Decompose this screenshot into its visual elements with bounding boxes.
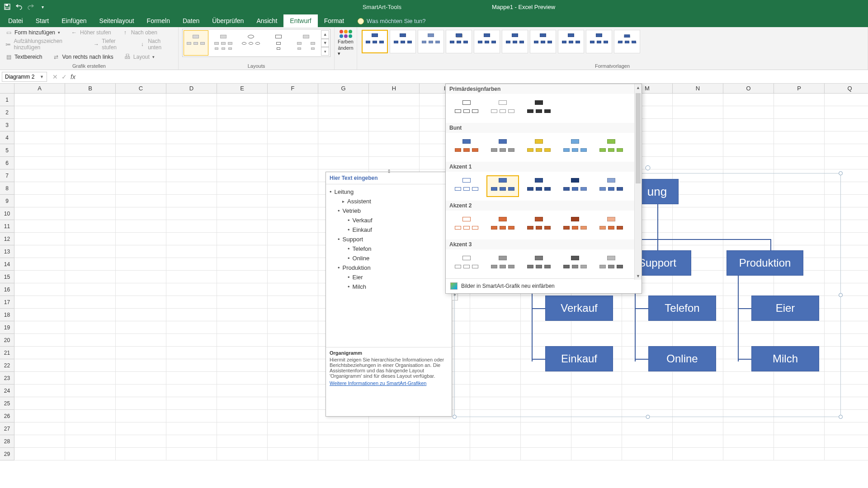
cell[interactable] xyxy=(65,397,116,410)
cell[interactable] xyxy=(369,448,420,460)
cell[interactable] xyxy=(166,131,217,144)
cell[interactable] xyxy=(116,372,166,385)
style-option-4[interactable] xyxy=(446,30,472,53)
color-opt-a2-4[interactable] xyxy=(559,214,591,236)
cell[interactable] xyxy=(217,169,268,182)
scrollbar-thumb[interactable] xyxy=(636,93,641,183)
cell[interactable] xyxy=(14,422,65,435)
row-header[interactable]: 25 xyxy=(0,397,14,410)
row-header[interactable]: 12 xyxy=(0,233,14,245)
cell[interactable] xyxy=(14,372,65,385)
cell[interactable] xyxy=(217,258,268,271)
cell[interactable] xyxy=(166,321,217,334)
row-header[interactable]: 19 xyxy=(0,321,14,334)
tab-data[interactable]: Daten xyxy=(176,14,206,27)
color-opt-a2-3[interactable] xyxy=(523,214,555,236)
cell[interactable] xyxy=(65,131,116,144)
cell[interactable] xyxy=(217,309,268,321)
column-header[interactable]: N xyxy=(673,84,723,93)
rotate-handle-icon[interactable] xyxy=(645,165,650,170)
cell[interactable] xyxy=(65,321,116,334)
cell[interactable] xyxy=(166,347,217,359)
cell[interactable] xyxy=(166,207,217,220)
cell[interactable] xyxy=(166,435,217,448)
layout-gallery[interactable]: ▲▼▾ xyxy=(182,29,330,57)
cell[interactable] xyxy=(217,207,268,220)
cell[interactable] xyxy=(116,321,166,334)
cell[interactable] xyxy=(65,207,116,220)
cell[interactable] xyxy=(217,296,268,309)
color-opt-bunt-1[interactable] xyxy=(450,136,483,158)
cell[interactable] xyxy=(825,106,868,119)
tp-item-produktion[interactable]: Produktion xyxy=(330,263,448,272)
cell[interactable] xyxy=(65,347,116,359)
cell[interactable] xyxy=(268,131,318,144)
cell[interactable] xyxy=(65,422,116,435)
formula-input[interactable] xyxy=(82,72,868,82)
color-opt-a2-1[interactable] xyxy=(450,214,483,236)
cell[interactable] xyxy=(217,144,268,157)
cell[interactable] xyxy=(268,106,318,119)
cell[interactable] xyxy=(166,422,217,435)
color-opt-a3-4[interactable] xyxy=(559,253,591,275)
color-opt-bunt-5[interactable] xyxy=(595,136,627,158)
cell[interactable] xyxy=(217,347,268,359)
cell[interactable] xyxy=(116,359,166,372)
row-header[interactable]: 29 xyxy=(0,448,14,460)
cell[interactable] xyxy=(65,182,116,195)
cell[interactable] xyxy=(217,422,268,435)
cell[interactable] xyxy=(723,144,774,157)
cell[interactable] xyxy=(825,119,868,131)
cell[interactable] xyxy=(268,233,318,245)
row-header[interactable]: 15 xyxy=(0,271,14,283)
cell[interactable] xyxy=(825,448,868,460)
tab-file[interactable]: Datei xyxy=(2,14,29,27)
cell[interactable] xyxy=(369,422,420,435)
cell[interactable] xyxy=(116,131,166,144)
style-option-10[interactable] xyxy=(614,30,640,53)
cell[interactable] xyxy=(65,94,116,106)
cell[interactable] xyxy=(369,119,420,131)
cell[interactable] xyxy=(14,448,65,460)
move-down-button[interactable]: ↓Nach unten xyxy=(138,38,175,51)
qat-customize-icon[interactable]: ▾ xyxy=(39,3,46,10)
color-opt-a1-5[interactable] xyxy=(595,175,627,197)
cell[interactable] xyxy=(825,94,868,106)
cell[interactable] xyxy=(774,106,825,119)
recolor-pictures-item[interactable]: Bilder in SmartArt-Grafik neu einfärben xyxy=(446,278,642,293)
layout-option-5[interactable] xyxy=(294,30,319,56)
cell[interactable] xyxy=(217,233,268,245)
cell[interactable] xyxy=(166,144,217,157)
cell[interactable] xyxy=(116,195,166,207)
cell[interactable] xyxy=(369,94,420,106)
tab-page-layout[interactable]: Seitenlayout xyxy=(93,14,141,27)
layout-gallery-scroll[interactable]: ▲▼▾ xyxy=(321,30,329,56)
row-header[interactable]: 28 xyxy=(0,435,14,448)
cell[interactable] xyxy=(774,144,825,157)
cell[interactable] xyxy=(673,144,723,157)
cell[interactable] xyxy=(571,435,622,448)
cell[interactable] xyxy=(65,157,116,169)
select-all-corner[interactable] xyxy=(0,84,14,93)
style-option-8[interactable] xyxy=(558,30,584,53)
color-opt-a3-2[interactable] xyxy=(486,253,519,275)
cell[interactable] xyxy=(268,271,318,283)
cell[interactable] xyxy=(166,283,217,296)
node-online[interactable]: Online xyxy=(648,346,716,371)
cell[interactable] xyxy=(116,220,166,233)
tp-item-einkauf[interactable]: Einkauf xyxy=(330,225,448,235)
style-option-2[interactable] xyxy=(390,30,416,53)
cell[interactable] xyxy=(116,296,166,309)
cell[interactable] xyxy=(217,94,268,106)
cell[interactable] xyxy=(166,334,217,347)
cell[interactable] xyxy=(774,435,825,448)
cell[interactable] xyxy=(268,144,318,157)
cell[interactable] xyxy=(14,385,65,397)
undo-icon[interactable] xyxy=(15,3,23,10)
cell[interactable] xyxy=(825,422,868,435)
node-milch[interactable]: Milch xyxy=(751,346,819,371)
style-gallery[interactable] xyxy=(361,29,864,54)
color-opt-a3-3[interactable] xyxy=(523,253,555,275)
cell[interactable] xyxy=(470,448,521,460)
cell[interactable] xyxy=(14,157,65,169)
